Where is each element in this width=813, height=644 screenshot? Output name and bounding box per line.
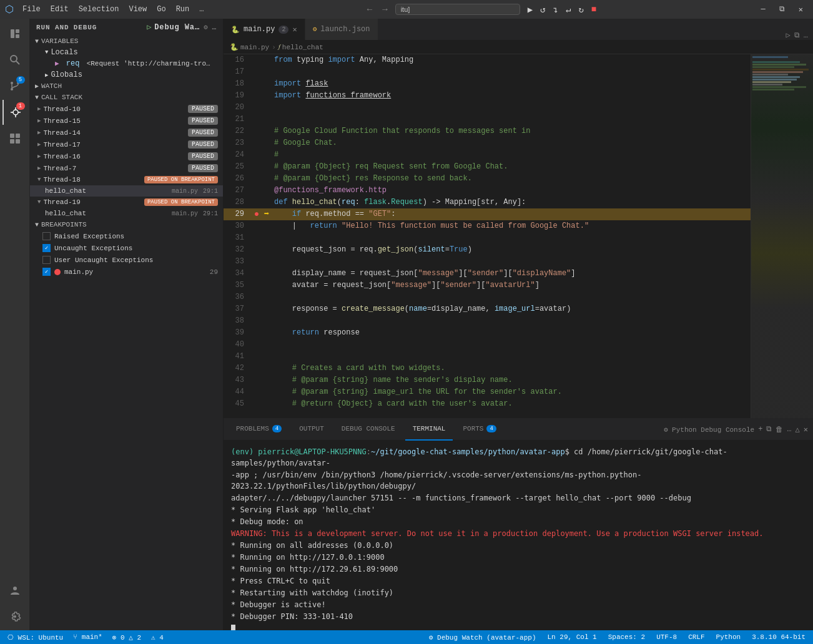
menu-selection[interactable]: Selection (75, 4, 123, 15)
thread-19-frame[interactable]: hello_chat main.py 29:1 (30, 208, 223, 219)
locals-item[interactable]: Locals (30, 47, 223, 58)
req-item[interactable]: ▶ req <Request 'http://charming-tro… (30, 58, 223, 69)
bp-raised-exceptions[interactable]: Raised Exceptions (30, 230, 223, 242)
status-wsl[interactable]: ⎔ WSL: Ubuntu (5, 633, 66, 642)
debug-config[interactable]: ▷ Debug Wa… (147, 22, 200, 32)
new-terminal-icon[interactable]: + (758, 425, 762, 434)
code-line-31: 31 (224, 232, 751, 244)
thread-17[interactable]: ▶ Thread-17 PAUSED (30, 139, 223, 150)
kill-terminal-icon[interactable]: 🗑 (776, 425, 783, 434)
bp-uncaught-exceptions[interactable]: Uncaught Exceptions (30, 242, 223, 254)
thread-16-status: PAUSED (188, 152, 218, 160)
activity-search[interactable] (2, 47, 27, 72)
status-errors[interactable]: ⊗ 0 △ 2 (110, 633, 144, 642)
terminal-more-icon[interactable]: … (787, 425, 791, 434)
status-python-version[interactable]: 3.8.10 64-bit (749, 633, 808, 641)
panel-tab-problems[interactable]: PROBLEMS 4 (229, 419, 289, 441)
bp-raised-exceptions-checkbox[interactable] (42, 232, 51, 240)
menu-more[interactable]: … (195, 4, 207, 15)
debug-controls: ▶ ↺ ↴ ↵ ↻ ■ (525, 3, 599, 16)
status-encoding[interactable]: UTF-8 (654, 633, 679, 641)
variables-section-header[interactable]: VARIABLES (30, 36, 223, 47)
back-button[interactable]: ← (365, 3, 375, 16)
panel-tab-ports[interactable]: PORTS 4 (455, 419, 503, 441)
activity-source-control[interactable]: 5 (2, 74, 27, 99)
status-eol[interactable]: CRLF (686, 633, 707, 641)
activity-explorer[interactable] (2, 21, 27, 46)
thread-18[interactable]: ▼ Thread-18 PAUSED ON BREAKPOINT (30, 174, 223, 185)
forward-button[interactable]: → (380, 3, 390, 16)
minimize-button[interactable]: — (756, 4, 771, 15)
minimap (751, 54, 813, 418)
settings-icon[interactable]: ⚙ (204, 23, 209, 31)
status-debug-watch[interactable]: ⚙ Debug Watch (avatar-app) (426, 633, 539, 642)
search-input[interactable] (395, 4, 520, 15)
menu-go[interactable]: Go (153, 4, 169, 15)
thread-7[interactable]: ▶ Thread-7 PAUSED (30, 162, 223, 174)
status-branch[interactable]: ⑂ main* (71, 633, 105, 641)
stop-button[interactable]: ■ (589, 3, 599, 16)
tab-launch-json[interactable]: ⚙ launch.json (305, 19, 378, 40)
status-warnings[interactable]: ⚠ 4 (149, 633, 166, 642)
globals-item[interactable]: Globals (30, 69, 223, 80)
thread-10[interactable]: ▶ Thread-10 PAUSED (30, 103, 223, 115)
close-button[interactable]: ✕ (794, 4, 808, 16)
activity-debug[interactable]: 1 (2, 100, 27, 125)
breadcrumb: 🐍 main.py › 𝑓 hello_chat (224, 41, 813, 54)
callstack-section-header[interactable]: CALL STACK (30, 92, 223, 103)
thread-19[interactable]: ▼ Thread-19 PAUSED ON BREAKPOINT (30, 197, 223, 208)
activity-extensions[interactable] (2, 126, 27, 151)
activity-account[interactable] (2, 578, 27, 603)
breadcrumb-main-py[interactable]: 🐍 main.py (230, 43, 269, 51)
step-out-button[interactable]: ↵ (563, 3, 573, 16)
run-debug-icon[interactable]: ▷ (786, 31, 791, 40)
bp-main-py[interactable]: main.py 29 (30, 266, 223, 278)
thread-16[interactable]: ▶ Thread-16 PAUSED (30, 150, 223, 162)
code-editor[interactable]: 16 from typing import Any, Mapping 17 18 (224, 54, 751, 418)
tab-main-py[interactable]: 🐍 main.py 2 ✕ (224, 19, 305, 40)
status-spaces[interactable]: Spaces: 2 (606, 633, 648, 641)
more-actions-icon[interactable]: … (804, 31, 808, 40)
watch-title: WATCH (41, 82, 62, 90)
continue-button[interactable]: ▶ (525, 3, 535, 16)
status-bar-left: ⎔ WSL: Ubuntu ⑂ main* ⊗ 0 △ 2 ⚠ 4 (5, 633, 166, 642)
menu-run[interactable]: Run (172, 4, 194, 15)
breadcrumb-hello-chat[interactable]: 𝑓 hello_chat (278, 44, 323, 51)
maximize-button[interactable]: ⧉ (774, 4, 790, 15)
thread-15[interactable]: ▶ Thread-15 PAUSED (30, 115, 223, 127)
step-into-button[interactable]: ↴ (551, 3, 561, 16)
panel-tab-debug-console[interactable]: DEBUG CONSOLE (334, 419, 403, 441)
menu-edit[interactable]: Edit (47, 4, 72, 15)
menu-view[interactable]: View (125, 4, 150, 15)
bp-marker-29: ● (252, 208, 262, 220)
status-position[interactable]: Ln 29, Col 1 (545, 633, 599, 641)
activity-settings[interactable] (2, 604, 27, 629)
split-editor-icon[interactable]: ⧉ (794, 31, 800, 40)
tab-main-py-close[interactable]: ✕ (292, 25, 297, 34)
breakpoints-section-header[interactable]: BREAKPOINTS (30, 219, 223, 230)
watch-section-header[interactable]: WATCH (30, 80, 223, 92)
close-panel-icon[interactable]: ✕ (804, 425, 808, 434)
sidebar-scroll[interactable]: VARIABLES Locals ▶ req <Request 'http://… (30, 36, 223, 630)
split-terminal-icon[interactable]: ⧉ (766, 425, 772, 434)
maximize-panel-icon[interactable]: △ (796, 425, 800, 434)
panel-tab-terminal[interactable]: TERMINAL (405, 419, 453, 441)
json-file-icon: ⚙ (313, 25, 317, 33)
app-icon: ⬡ (5, 3, 14, 16)
thread-18-frame[interactable]: hello_chat main.py 29:1 (30, 185, 223, 197)
bp-user-uncaught[interactable]: User Uncaught Exceptions (30, 254, 223, 266)
more-icon[interactable]: … (212, 24, 217, 31)
title-bar-right: — ⧉ ✕ (756, 4, 808, 16)
thread-14[interactable]: ▶ Thread-14 PAUSED (30, 127, 223, 139)
variables-title: VARIABLES (41, 37, 78, 45)
bp-uncaught-exceptions-checkbox[interactable] (42, 244, 51, 252)
bp-user-uncaught-checkbox[interactable] (42, 256, 51, 264)
panel-tab-output[interactable]: OUTPUT (292, 419, 332, 441)
terminal-content[interactable]: (env) pierrick@LAPTOP-HKU5PNNG:~/git/goo… (224, 441, 813, 630)
restart-button[interactable]: ↻ (576, 3, 586, 16)
bp-main-py-checkbox[interactable] (42, 268, 51, 276)
status-language[interactable]: Python (714, 633, 744, 641)
breadcrumb-sep: › (272, 44, 276, 51)
step-over-button[interactable]: ↺ (538, 3, 548, 16)
menu-file[interactable]: File (19, 4, 44, 15)
